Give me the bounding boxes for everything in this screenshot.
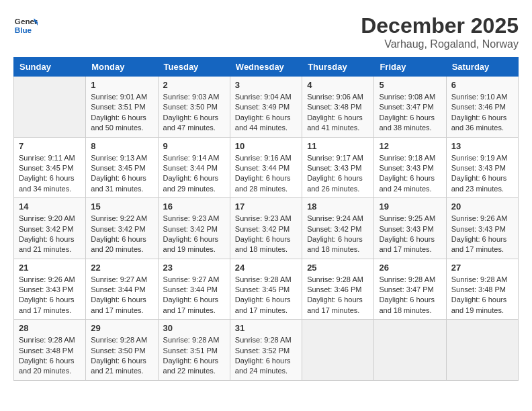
col-header-thursday: Thursday (302, 58, 374, 77)
calendar-cell: 29Sunrise: 9:28 AMSunset: 3:50 PMDayligh… (86, 320, 158, 381)
calendar-cell: 8Sunrise: 9:13 AMSunset: 3:45 PMDaylight… (86, 137, 158, 198)
week-row-5: 28Sunrise: 9:28 AMSunset: 3:48 PMDayligh… (14, 320, 519, 381)
day-number: 18 (307, 201, 369, 212)
day-number: 30 (163, 323, 225, 333)
day-number: 9 (163, 141, 225, 151)
cell-info: Sunrise: 9:24 AMSunset: 3:42 PMDaylight:… (307, 214, 363, 253)
day-number: 5 (379, 80, 441, 90)
day-number: 4 (307, 80, 369, 90)
day-number: 16 (163, 201, 225, 212)
day-number: 24 (235, 263, 297, 273)
calendar-cell: 9Sunrise: 9:14 AMSunset: 3:44 PMDaylight… (158, 137, 230, 198)
month-title: December 2025 (361, 13, 519, 38)
cell-info: Sunrise: 9:28 AMSunset: 3:48 PMDaylight:… (451, 275, 508, 314)
cell-info: Sunrise: 9:03 AMSunset: 3:50 PMDaylight:… (163, 93, 220, 132)
location-title: Varhaug, Rogaland, Norway (361, 38, 519, 50)
day-number: 17 (235, 201, 297, 212)
col-header-friday: Friday (374, 58, 446, 77)
cell-info: Sunrise: 9:26 AMSunset: 3:43 PMDaylight:… (19, 275, 75, 314)
calendar-cell: 30Sunrise: 9:28 AMSunset: 3:51 PMDayligh… (158, 320, 230, 381)
col-header-sunday: Sunday (14, 58, 86, 77)
day-number: 19 (379, 201, 441, 212)
calendar-body: 1Sunrise: 9:01 AMSunset: 3:51 PMDaylight… (14, 77, 519, 381)
cell-info: Sunrise: 9:22 AMSunset: 3:42 PMDaylight:… (91, 214, 147, 253)
calendar-cell: 13Sunrise: 9:19 AMSunset: 3:43 PMDayligh… (446, 137, 518, 198)
day-number: 2 (163, 80, 225, 90)
cell-info: Sunrise: 9:28 AMSunset: 3:52 PMDaylight:… (235, 336, 292, 375)
calendar-cell: 19Sunrise: 9:25 AMSunset: 3:43 PMDayligh… (374, 198, 446, 259)
calendar-header-row: SundayMondayTuesdayWednesdayThursdayFrid… (14, 58, 519, 77)
day-number: 31 (235, 323, 297, 333)
calendar-cell: 27Sunrise: 9:28 AMSunset: 3:48 PMDayligh… (446, 259, 518, 320)
calendar-cell (14, 77, 86, 138)
day-number: 11 (307, 141, 369, 151)
cell-info: Sunrise: 9:27 AMSunset: 3:44 PMDaylight:… (163, 275, 220, 314)
calendar-cell: 24Sunrise: 9:28 AMSunset: 3:45 PMDayligh… (230, 259, 302, 320)
calendar-cell: 20Sunrise: 9:26 AMSunset: 3:43 PMDayligh… (446, 198, 518, 259)
cell-info: Sunrise: 9:19 AMSunset: 3:43 PMDaylight:… (451, 154, 508, 193)
cell-info: Sunrise: 9:01 AMSunset: 3:51 PMDaylight:… (91, 93, 147, 132)
cell-info: Sunrise: 9:18 AMSunset: 3:43 PMDaylight:… (379, 154, 435, 193)
day-number: 12 (379, 141, 441, 151)
calendar-cell: 6Sunrise: 9:10 AMSunset: 3:46 PMDaylight… (446, 77, 518, 138)
calendar-cell: 7Sunrise: 9:11 AMSunset: 3:45 PMDaylight… (14, 137, 86, 198)
day-number: 6 (451, 80, 513, 90)
calendar-cell: 14Sunrise: 9:20 AMSunset: 3:42 PMDayligh… (14, 198, 86, 259)
day-number: 29 (91, 323, 152, 333)
page-header: General Blue December 2025 Varhaug, Roga… (13, 13, 519, 50)
calendar-cell: 26Sunrise: 9:28 AMSunset: 3:47 PMDayligh… (374, 259, 446, 320)
cell-info: Sunrise: 9:28 AMSunset: 3:47 PMDaylight:… (379, 275, 435, 314)
col-header-saturday: Saturday (446, 58, 518, 77)
cell-info: Sunrise: 9:28 AMSunset: 3:46 PMDaylight:… (307, 275, 363, 314)
cell-info: Sunrise: 9:04 AMSunset: 3:49 PMDaylight:… (235, 93, 292, 132)
day-number: 25 (307, 263, 369, 273)
week-row-1: 1Sunrise: 9:01 AMSunset: 3:51 PMDaylight… (14, 77, 519, 138)
cell-info: Sunrise: 9:28 AMSunset: 3:48 PMDaylight:… (19, 336, 75, 375)
calendar-table: SundayMondayTuesdayWednesdayThursdayFrid… (13, 57, 519, 381)
cell-info: Sunrise: 9:20 AMSunset: 3:42 PMDaylight:… (19, 214, 75, 253)
calendar-cell: 2Sunrise: 9:03 AMSunset: 3:50 PMDaylight… (158, 77, 230, 138)
logo-icon: General Blue (13, 13, 38, 38)
calendar-cell: 5Sunrise: 9:08 AMSunset: 3:47 PMDaylight… (374, 77, 446, 138)
calendar-cell (374, 320, 446, 381)
day-number: 15 (91, 201, 152, 212)
cell-info: Sunrise: 9:11 AMSunset: 3:45 PMDaylight:… (19, 154, 75, 193)
calendar-cell: 17Sunrise: 9:23 AMSunset: 3:42 PMDayligh… (230, 198, 302, 259)
day-number: 3 (235, 80, 297, 90)
cell-info: Sunrise: 9:23 AMSunset: 3:42 PMDaylight:… (235, 214, 292, 253)
calendar-cell: 25Sunrise: 9:28 AMSunset: 3:46 PMDayligh… (302, 259, 374, 320)
cell-info: Sunrise: 9:23 AMSunset: 3:42 PMDaylight:… (163, 214, 220, 253)
day-number: 27 (451, 263, 513, 273)
calendar-cell: 18Sunrise: 9:24 AMSunset: 3:42 PMDayligh… (302, 198, 374, 259)
calendar-cell: 3Sunrise: 9:04 AMSunset: 3:49 PMDaylight… (230, 77, 302, 138)
col-header-monday: Monday (86, 58, 158, 77)
week-row-3: 14Sunrise: 9:20 AMSunset: 3:42 PMDayligh… (14, 198, 519, 259)
day-number: 1 (91, 80, 152, 90)
cell-info: Sunrise: 9:06 AMSunset: 3:48 PMDaylight:… (307, 93, 363, 132)
calendar-cell: 16Sunrise: 9:23 AMSunset: 3:42 PMDayligh… (158, 198, 230, 259)
day-number: 23 (163, 263, 225, 273)
calendar-cell: 12Sunrise: 9:18 AMSunset: 3:43 PMDayligh… (374, 137, 446, 198)
calendar-cell: 4Sunrise: 9:06 AMSunset: 3:48 PMDaylight… (302, 77, 374, 138)
cell-info: Sunrise: 9:16 AMSunset: 3:44 PMDaylight:… (235, 154, 292, 193)
calendar-cell: 1Sunrise: 9:01 AMSunset: 3:51 PMDaylight… (86, 77, 158, 138)
cell-info: Sunrise: 9:17 AMSunset: 3:43 PMDaylight:… (307, 154, 363, 193)
day-number: 7 (19, 141, 81, 151)
cell-info: Sunrise: 9:28 AMSunset: 3:51 PMDaylight:… (163, 336, 220, 375)
day-number: 10 (235, 141, 297, 151)
title-area: December 2025 Varhaug, Rogaland, Norway (361, 13, 519, 50)
cell-info: Sunrise: 9:27 AMSunset: 3:44 PMDaylight:… (91, 275, 147, 314)
cell-info: Sunrise: 9:25 AMSunset: 3:43 PMDaylight:… (379, 214, 435, 253)
cell-info: Sunrise: 9:26 AMSunset: 3:43 PMDaylight:… (451, 214, 508, 253)
calendar-cell: 11Sunrise: 9:17 AMSunset: 3:43 PMDayligh… (302, 137, 374, 198)
cell-info: Sunrise: 9:13 AMSunset: 3:45 PMDaylight:… (91, 154, 147, 193)
week-row-4: 21Sunrise: 9:26 AMSunset: 3:43 PMDayligh… (14, 259, 519, 320)
calendar-cell: 31Sunrise: 9:28 AMSunset: 3:52 PMDayligh… (230, 320, 302, 381)
col-header-tuesday: Tuesday (158, 58, 230, 77)
cell-info: Sunrise: 9:14 AMSunset: 3:44 PMDaylight:… (163, 154, 220, 193)
day-number: 28 (19, 323, 81, 333)
day-number: 14 (19, 201, 81, 212)
day-number: 21 (19, 263, 81, 273)
calendar-cell (302, 320, 374, 381)
col-header-wednesday: Wednesday (230, 58, 302, 77)
